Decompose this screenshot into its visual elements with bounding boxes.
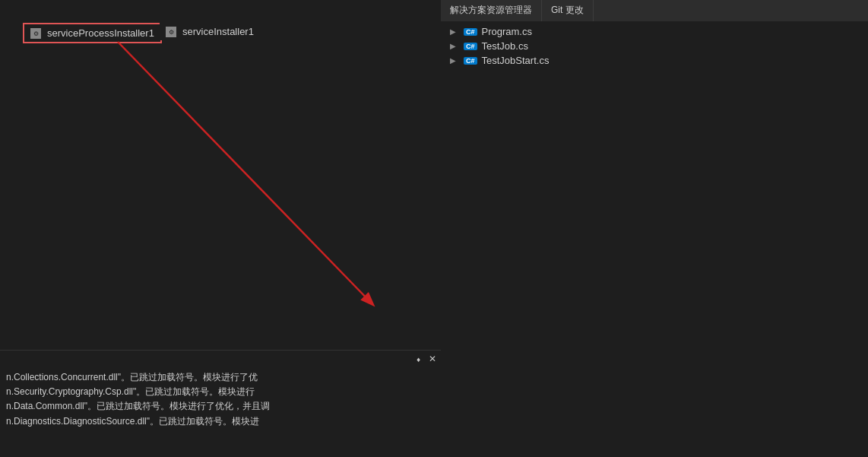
expand-icon: ▶	[450, 56, 459, 65]
component2-icon: ⚙	[166, 27, 176, 37]
svg-line-1	[118, 42, 372, 304]
tab-git-changes[interactable]: Git 更改	[542, 0, 594, 21]
service-process-installer-component[interactable]: ⚙ serviceProcessInstaller1	[23, 23, 162, 43]
output-line-1: n.Collections.Concurrent.dll"。已跳过加载符号。模块…	[6, 370, 435, 385]
service-installer-component[interactable]: ⚙ serviceInstaller1	[160, 23, 260, 40]
file-list: ▶ C# Program.cs ▶ C# TestJob.cs ▶ C# Tes…	[441, 21, 868, 71]
list-item[interactable]: ▶ C# TestJob.cs	[441, 39, 868, 53]
output-content: n.Collections.Concurrent.dll"。已跳过加载符号。模块…	[0, 367, 441, 432]
cs-badge: C#	[464, 43, 477, 50]
solution-tabs: 解决方案资源管理器 Git 更改	[441, 0, 868, 21]
output-line-2: n.Security.Cryptography.Csp.dll"。已跳过加载符号…	[6, 385, 435, 399]
file-name-3: TestJobStart.cs	[482, 55, 550, 66]
cs-badge: C#	[464, 28, 477, 36]
arrow-diagram	[0, 0, 441, 350]
cs-badge: C#	[464, 57, 477, 65]
output-line-4: n.Diagnostics.DiagnosticSource.dll"。已跳过加…	[6, 414, 435, 429]
component2-label: serviceInstaller1	[182, 26, 254, 37]
component1-icon: ⚙	[30, 28, 41, 39]
expand-icon: ▶	[450, 27, 459, 36]
list-item[interactable]: ▶ C# Program.cs	[441, 24, 868, 39]
output-line-3: n.Data.Common.dll"。已跳过加载符号。模块进行了优化，并且调	[6, 399, 435, 414]
list-item[interactable]: ▶ C# TestJobStart.cs	[441, 53, 868, 68]
file-name-1: Program.cs	[482, 26, 532, 37]
pin-icon[interactable]: ⬧	[414, 352, 423, 366]
design-area: ⚙ serviceProcessInstaller1 ⚙ serviceInst…	[0, 0, 441, 350]
component1-label: serviceProcessInstaller1	[47, 27, 154, 39]
expand-icon: ▶	[450, 42, 459, 50]
file-explorer-area: 解决方案资源管理器 Git 更改 ▶ C# Program.cs ▶ C# Te…	[441, 0, 868, 167]
file-name-2: TestJob.cs	[482, 40, 528, 52]
close-icon[interactable]: ✕	[427, 352, 438, 366]
right-panel: 解决方案资源管理器 Git 更改 ▶ C# Program.cs ▶ C# Te…	[441, 0, 868, 457]
tab-solution-explorer[interactable]: 解决方案资源管理器	[441, 0, 542, 21]
panel-header: ⬧ ✕	[0, 351, 441, 367]
output-panel: ⬧ ✕ n.Collections.Concurrent.dll"。已跳过加载符…	[0, 350, 441, 457]
